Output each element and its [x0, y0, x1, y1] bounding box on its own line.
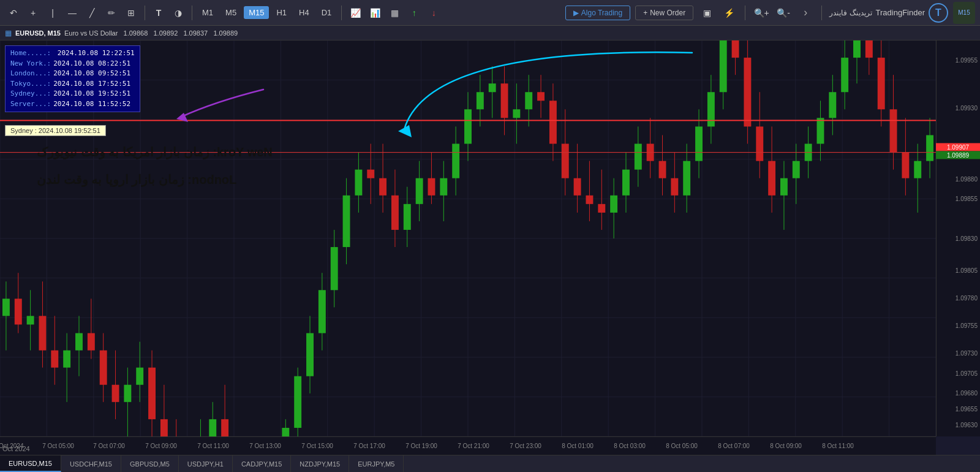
timeframe-h1[interactable]: H1: [271, 6, 292, 19]
current-price-label: 1.09907: [936, 143, 980, 151]
tab-cadjpy-m15[interactable]: CADJPY,M15: [233, 455, 291, 472]
instrument-name: EURUSD, M15: [15, 29, 61, 37]
price-level-8: 1.09755: [956, 322, 978, 329]
price-level-10: 1.09705: [956, 370, 978, 376]
price-level-12: 1.09655: [956, 405, 978, 412]
instrument-bar: ▦ EURUSD, M15 Euro vs US Dollar 1.09868 …: [0, 26, 980, 40]
chart-icon: ▦: [5, 29, 12, 37]
play-icon: ▶: [573, 9, 579, 17]
time-label-10: 7 Oct 23:00: [510, 443, 541, 449]
price-level-7: 1.09780: [956, 294, 978, 301]
instrument-full-name: Euro vs US Dollar: [64, 29, 118, 37]
time-label-1: 7 Oct 05:00: [42, 443, 74, 449]
timeframe-m5[interactable]: M5: [221, 6, 241, 19]
time-label-6: 7 Oct 15:00: [301, 443, 333, 449]
clock-panel: Home.....: 2024.10.08 12:22:51 New York.…: [5, 45, 140, 112]
new-order-label: New Order: [650, 9, 685, 17]
price-level-4: 1.09855: [956, 196, 978, 202]
time-label-8: 7 Oct 19:00: [405, 443, 437, 449]
time-label-4: 7 Oct 11:00: [197, 443, 229, 449]
zoom-out-icon[interactable]: 🔍-: [775, 4, 792, 21]
divider1: [145, 6, 145, 20]
time-axis: 7 Oct 2024 7 Oct 05:00 7 Oct 07:00 7 Oct…: [0, 436, 936, 455]
price-level-2: 1.09930: [956, 104, 978, 111]
more-icon[interactable]: ›: [797, 4, 814, 21]
time-label-13: 8 Oct 05:00: [666, 443, 698, 449]
time-label-14: 8 Oct 07:00: [718, 443, 750, 449]
tab-gbpusd-m5[interactable]: GBPUSD,M5: [121, 455, 179, 472]
price-level-3: 1.09880: [956, 176, 978, 183]
ask-price-label: 1.09889: [936, 151, 980, 159]
price-open: 1.09868: [124, 29, 148, 37]
clock-row-server: Server...: 2024.10.08 11:52:52: [10, 99, 135, 110]
time-label-5: 7 Oct 13:00: [249, 443, 281, 449]
cursor-tool-icon[interactable]: ↶: [5, 4, 22, 21]
text-tool-icon[interactable]: T: [150, 4, 167, 21]
hline-tool-icon[interactable]: —: [64, 4, 81, 21]
clock-row-sydney: Sydney...: 2024.10.08 19:52:51: [10, 89, 135, 99]
time-label-3: 7 Oct 09:00: [145, 443, 177, 449]
chart-type-icon[interactable]: 📈: [347, 4, 364, 21]
time-label-2: 7 Oct 07:00: [93, 443, 125, 449]
tab-usdjpy-h1[interactable]: USDJPY,H1: [179, 455, 233, 472]
annotation-newyork: New York: زمان بازار امریکا به وقت نیویو…: [37, 145, 273, 159]
chart-area[interactable]: Home.....: 2024.10.08 12:22:51 New York.…: [0, 40, 936, 436]
time-label-9: 7 Oct 21:00: [458, 443, 489, 449]
price-level-6: 1.09805: [956, 267, 978, 273]
timeframe-m15[interactable]: M15: [244, 6, 269, 19]
clock-row-newyork: New York.: 2024.10.08 08:22:51: [10, 59, 135, 69]
template-icon[interactable]: ▦: [386, 4, 403, 21]
divider3: [341, 6, 342, 20]
algo-trading-label: Algo Trading: [581, 9, 622, 17]
instrument-prices: Euro vs US Dollar 1.09868 1.09892 1.0983…: [64, 29, 238, 37]
timeframe-d1[interactable]: D1: [317, 6, 337, 19]
divider5: [821, 6, 822, 20]
bottom-date-label: Oct 2024: [2, 445, 30, 452]
crosshair-tool-icon[interactable]: +: [24, 4, 42, 21]
multi-tool-icon[interactable]: ⊞: [123, 4, 140, 21]
timeframe-m1[interactable]: M1: [197, 6, 218, 19]
timeframe-h4[interactable]: H4: [294, 6, 314, 19]
annotation-london: London: زمان بازار اروپا به وقت لندن: [37, 172, 236, 187]
line-tool-icon[interactable]: |: [44, 4, 61, 21]
new-order-button[interactable]: + New Order: [635, 6, 693, 20]
clock-row-home: Home.....: 2024.10.08 12:22:51: [10, 48, 135, 59]
sydney-tooltip: Sydney : 2024.10.08 19:52:51: [5, 125, 106, 136]
divider2: [192, 6, 192, 20]
zoom-in-icon[interactable]: 🔍+: [753, 4, 770, 21]
objects-icon[interactable]: ▣: [698, 4, 715, 21]
tab-usdchf-m15[interactable]: USDCHF,M15: [61, 455, 121, 472]
indicators-icon[interactable]: 📊: [366, 4, 383, 21]
profile-icon[interactable]: M15: [953, 2, 975, 24]
price-level-5: 1.09830: [956, 235, 978, 242]
divider4: [745, 6, 745, 20]
strategy-icon[interactable]: ⚡: [720, 4, 737, 21]
sell-icon[interactable]: ↓: [425, 4, 442, 21]
price-close: 1.09889: [213, 29, 238, 37]
time-label-7: 7 Oct 17:00: [353, 443, 385, 449]
price-level-13: 1.09630: [956, 421, 978, 428]
shape-tool-icon[interactable]: ◑: [170, 4, 187, 21]
buy-icon[interactable]: ↑: [405, 4, 423, 21]
clock-row-tokyo: Tokyo....: 2024.10.08 17:52:51: [10, 79, 135, 89]
tab-nzdjpy-m15[interactable]: NZDJPY,M15: [291, 455, 349, 472]
new-order-icon: +: [643, 9, 647, 17]
draw-tool-icon[interactable]: ✏: [103, 4, 120, 21]
price-scale: 1.09955 1.09930 1.09907 1.09880 1.09889 …: [936, 40, 980, 436]
price-low: 1.09837: [183, 29, 208, 37]
algo-trading-button[interactable]: ▶ Algo Trading: [565, 6, 630, 20]
brand-name-text: TradingFinder: [876, 8, 925, 17]
time-label-16: 8 Oct 11:00: [822, 443, 854, 449]
time-label-12: 8 Oct 03:00: [614, 443, 646, 449]
tab-bar: EURUSD,M15 USDCHF,M15 GBPUSD,M5 USDJPY,H…: [0, 455, 980, 472]
price-high: 1.09892: [154, 29, 178, 37]
price-level-1: 1.09955: [956, 57, 978, 64]
trend-tool-icon[interactable]: ╱: [83, 4, 100, 21]
clock-row-london: London...: 2024.10.08 09:52:51: [10, 69, 135, 79]
tab-eurusd-m15[interactable]: EURUSD,M15: [0, 455, 61, 472]
brand-logo: تریدینگ فایندر TradingFinder T: [829, 3, 948, 23]
time-label-15: 8 Oct 09:00: [770, 443, 802, 449]
toolbar: ↶ + | — ╱ ✏ ⊞ T ◑ M1 M5 M15 H1 H4 D1 📈 📊…: [0, 0, 980, 26]
tab-eurjpy-m5[interactable]: EURJPY,M5: [349, 455, 404, 472]
candlestick-chart: [0, 40, 936, 436]
